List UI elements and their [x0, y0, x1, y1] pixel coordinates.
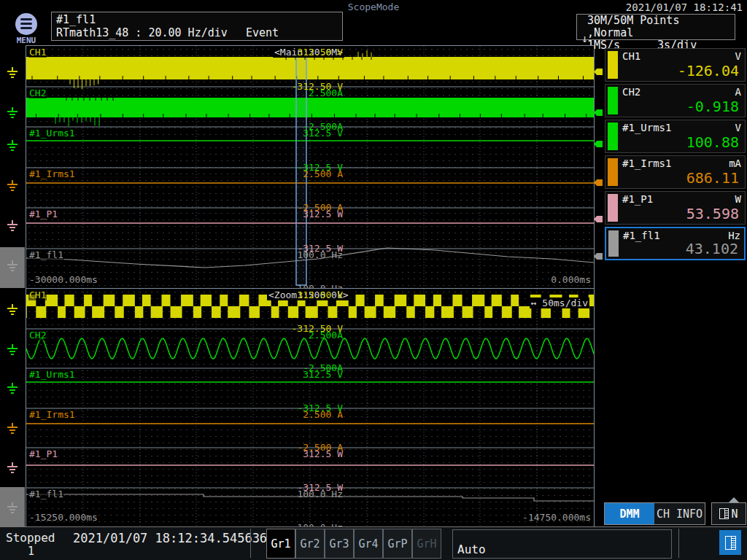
active-channel-name: #1_fl1 — [56, 13, 338, 26]
measurement-value: 686.11 — [686, 169, 739, 187]
tab-gr2[interactable]: Gr2 — [295, 529, 325, 559]
status-bar: Stopped 1 2021/01/07 18:12:34.54563631 G… — [0, 526, 747, 560]
channel-level-marker-icon[interactable] — [594, 179, 603, 186]
measurement-value: 53.598 — [686, 205, 739, 222]
tab-grp[interactable]: GrP — [383, 529, 412, 559]
zoom-channel-label: #1_Irms1 — [28, 409, 76, 420]
zoom-time-left: -15250.000ms — [29, 512, 98, 523]
acquisition-info-box[interactable]: 30M/50M Points ,Normal 1MS/s3s/div — [576, 14, 735, 40]
measurement-name: #1_Irms1 — [622, 158, 671, 169]
channel-level-marker-icon[interactable] — [594, 109, 603, 116]
main-time-left: -30000.000ms — [29, 274, 98, 285]
zoom-channel-label: #1_fl1 — [28, 489, 64, 499]
acquisition-count: 1 — [28, 545, 34, 558]
channel-color-bar — [608, 230, 619, 257]
active-channel-info-box[interactable]: #1_fl1 RTmath13_48 : 20.00 Hz/div Event — [51, 12, 343, 41]
dmm-button[interactable]: DMM — [605, 503, 654, 524]
ground-icon — [6, 260, 19, 273]
ch-info-button[interactable]: CH INFO — [654, 503, 705, 524]
measurement-value: 100.88 — [686, 133, 739, 151]
main-channel-label: #1_P1 — [28, 209, 58, 219]
collapse-up-triangle-icon[interactable] — [729, 497, 739, 502]
main-top-scale: 2.500 A — [303, 168, 343, 179]
zoom-top-scale: 312.50 V — [297, 289, 343, 300]
measurement-unit: V — [735, 122, 741, 133]
menu-button-label: MENU — [10, 36, 42, 45]
measurement-cell-1p1[interactable]: #1_P1W53.598 — [605, 191, 746, 225]
main-top-scale: 2.500A — [309, 88, 343, 98]
zoom-top-scale: 2.500A — [309, 330, 343, 341]
hamburger-icon — [15, 13, 37, 35]
measurement-name: #1_fl1 — [623, 230, 660, 241]
event-label: Event — [246, 26, 279, 39]
measurement-name: #1_Urms1 — [622, 122, 671, 133]
display-layout-button[interactable] — [719, 530, 741, 555]
table-icon — [719, 508, 729, 519]
trigger-position-arrow-icon: ↓ — [581, 32, 588, 45]
measurement-cell-1irms1[interactable]: #1_Irms1mA686.11 — [605, 155, 746, 189]
channel-color-bar — [608, 158, 618, 186]
zoom-time-right: -14750.000ms — [522, 512, 591, 523]
measurement-cell-ch1[interactable]: CH1V-126.04 — [605, 48, 746, 82]
trigger-mode-box[interactable]: Auto — [452, 529, 672, 559]
acquisition-points: 30M/50M Points ,Normal — [587, 15, 732, 39]
zoom-waveform-area[interactable]: <Zoom1:500.0k> ↔ 50ms/div -15250.000ms -… — [26, 288, 595, 527]
channel-level-marker-icon[interactable] — [594, 141, 603, 147]
header-datetime: 2021/01/07 18:12:41 — [626, 1, 743, 13]
tab-gr3[interactable]: Gr3 — [325, 529, 354, 559]
main-top-scale: 312.5 W — [303, 209, 343, 219]
group-tab-bar: Gr1Gr2Gr3Gr4GrPGrH — [266, 529, 441, 559]
sidebar-button-group: DMM CH INFO — [604, 502, 705, 525]
zoom-top-scale: 100.0 Hz — [297, 489, 343, 499]
measurement-name: CH1 — [622, 50, 640, 62]
ground-icon — [6, 344, 19, 357]
menu-button[interactable]: MENU — [10, 13, 42, 45]
run-status: Stopped — [6, 531, 55, 545]
main-time-right: 0.000ms — [551, 274, 591, 285]
numeric-display-button[interactable]: N — [711, 502, 746, 525]
channel-level-marker-icon[interactable] — [594, 69, 603, 75]
main-channel-label: #1_fl1 — [28, 249, 64, 260]
layout-icon — [725, 536, 736, 550]
tab-grh[interactable]: GrH — [412, 529, 441, 559]
measurement-cell-1urms1[interactable]: #1_Urms1V100.88 — [605, 120, 746, 153]
zoom-channel-label: CH1 — [28, 289, 47, 300]
measurement-unit: W — [735, 193, 741, 205]
tab-gr1[interactable]: Gr1 — [266, 529, 295, 559]
ground-icon — [6, 107, 19, 120]
zoom-channel-label: #1_Urms1 — [28, 369, 76, 380]
main-top-scale: 312.50 V — [297, 47, 343, 58]
measurement-name: CH2 — [622, 86, 640, 98]
ground-icon — [6, 423, 19, 435]
channel-color-bar — [608, 122, 618, 150]
ground-icon — [6, 220, 19, 233]
ground-icon — [6, 383, 19, 395]
tab-gr4[interactable]: Gr4 — [354, 529, 383, 559]
channel-color-bar — [608, 194, 618, 222]
main-top-scale: 100.0 Hz — [297, 249, 343, 260]
measurement-cell-ch2[interactable]: CH2A-0.918 — [605, 84, 746, 117]
channel-level-marker-icon[interactable] — [594, 216, 603, 222]
ground-icon — [6, 140, 19, 152]
measurement-unit: V — [735, 50, 741, 62]
channel-color-bar — [608, 87, 618, 114]
footer-separator — [250, 529, 251, 558]
main-channel-label: #1_Irms1 — [28, 168, 76, 179]
trigger-mode-label: Auto — [457, 542, 486, 556]
measurement-unit: mA — [729, 158, 741, 169]
scope-screen: { "header": { "app_title": "ScopeMode", … — [0, 0, 747, 560]
channel-level-marker-icon[interactable] — [594, 253, 603, 260]
numeric-display-label: N — [731, 508, 738, 521]
app-mode-title: ScopeMode — [348, 1, 399, 12]
zoom-time-per-div: ↔ 50ms/div — [530, 298, 589, 308]
ground-icon — [6, 462, 19, 475]
measurement-cell-1fl1[interactable]: #1_fl1Hz43.102 — [605, 227, 746, 260]
ground-icon — [6, 67, 19, 79]
main-top-scale: 312.5 V — [303, 128, 343, 139]
measurement-unit: A — [735, 86, 741, 98]
main-channel-label: CH2 — [28, 88, 47, 98]
main-channel-label: #1_Urms1 — [28, 128, 76, 139]
main-waveform-area[interactable]: <Main:30.0M> -30000.000ms 0.000ms CH1312… — [26, 45, 595, 289]
active-channel-scale: RTmath13_48 : 20.00 Hz/div — [56, 26, 228, 39]
ground-icon — [6, 304, 19, 316]
